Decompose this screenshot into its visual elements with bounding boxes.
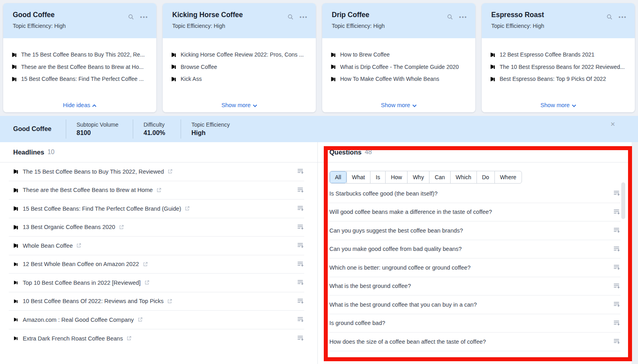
card-headline-item[interactable]: The 15 Best Coffee Beans to Buy This 202… — [12, 49, 149, 61]
card-headline-item[interactable]: Kick Ass — [171, 73, 309, 85]
headline-link[interactable]: The 15 Best Coffee Beans to Buy This 202… — [23, 168, 164, 175]
show-more-link[interactable]: Show more — [482, 102, 635, 108]
add-to-list-icon[interactable] — [613, 190, 620, 196]
add-to-list-icon[interactable] — [297, 335, 304, 341]
filter-how[interactable]: How — [385, 171, 407, 183]
external-link-icon[interactable] — [76, 243, 81, 248]
card-headline-item[interactable]: How to Brew Coffee — [331, 49, 468, 61]
question-text[interactable]: Can you guys suggest the best coffee bea… — [329, 227, 463, 234]
add-to-list-icon[interactable] — [297, 261, 304, 267]
external-link-icon[interactable] — [167, 299, 172, 304]
headlines-list: The 15 Best Coffee Beans to Buy This 202… — [0, 162, 317, 348]
headline-link[interactable]: Amazon.com : Real Good Coffee Company — [23, 317, 134, 323]
hide-ideas-link[interactable]: Hide ideas — [3, 102, 156, 108]
card-headline-item[interactable]: These are the Best Coffee Beans to Brew … — [12, 61, 149, 73]
headline-link[interactable]: Whole Bean Coffee — [23, 243, 73, 249]
question-text[interactable]: Is ground coffee bad? — [329, 320, 385, 326]
card-headline-item[interactable]: 15 Best Coffee Beans: Find The Perfect C… — [12, 73, 149, 85]
card-headline-item[interactable]: Best Espresso Beans: Top 9 Picks Of 2022 — [490, 73, 628, 85]
filter-where[interactable]: Where — [494, 171, 522, 183]
filter-which[interactable]: Which — [450, 171, 477, 183]
add-to-list-icon[interactable] — [297, 224, 304, 230]
search-icon[interactable] — [447, 14, 453, 20]
question-text[interactable]: What is the best ground coffee? — [329, 283, 411, 289]
headline-link[interactable]: Top 10 Best Coffee Beans in 2022 [Review… — [23, 280, 141, 286]
topic-research-page: { "colors": { "page_bg": "#edf0f5", "car… — [0, 0, 638, 364]
external-link-icon[interactable] — [167, 169, 173, 174]
question-text[interactable]: How does the size of a coffee bean affec… — [329, 339, 486, 345]
headline-link[interactable]: 15 Best Coffee Beans: Find The Perfect C… — [23, 205, 181, 212]
external-link-icon[interactable] — [185, 206, 190, 211]
card-headline-item[interactable]: How To Make Coffee With Whole Beans — [331, 73, 468, 85]
close-icon[interactable]: ✕ — [610, 121, 615, 128]
add-to-list-icon[interactable] — [297, 317, 304, 323]
headline-link[interactable]: Extra Dark French Roast Coffee Beans — [23, 335, 123, 342]
add-to-list-icon[interactable] — [613, 209, 620, 215]
more-options-icon[interactable]: ••• — [140, 15, 148, 19]
add-to-list-icon[interactable] — [297, 298, 304, 304]
add-to-list-icon[interactable] — [613, 283, 620, 289]
question-text[interactable]: Can you make good coffee from bad qualit… — [329, 246, 462, 252]
topic-detail-panel: Headlines 10 The 15 Best Coffee Beans to… — [0, 142, 632, 364]
search-icon[interactable] — [606, 14, 613, 20]
card-headline-text: 15 Best Coffee Beans: Find The Perfect C… — [21, 76, 144, 82]
add-to-list-icon[interactable] — [297, 280, 304, 286]
headline-link[interactable]: 13 Best Organic Coffee Beans 2020 — [23, 224, 115, 230]
external-link-icon[interactable] — [144, 280, 150, 285]
add-to-list-icon[interactable] — [297, 205, 304, 211]
add-to-list-icon[interactable] — [297, 243, 304, 249]
show-more-link[interactable]: Show more — [163, 102, 316, 108]
search-icon[interactable] — [128, 14, 134, 20]
megaphone-icon — [171, 64, 177, 70]
topic-card-title: Drip Coffee — [332, 11, 466, 19]
headline-link[interactable]: These are the Best Coffee Beans to Brew … — [23, 187, 153, 193]
external-link-icon[interactable] — [126, 336, 132, 341]
add-to-list-icon[interactable] — [613, 339, 620, 344]
filter-do[interactable]: Do — [477, 171, 494, 183]
card-headline-item[interactable]: The 10 Best Espresso Beans for 2022 Revi… — [490, 61, 628, 73]
add-to-list-icon[interactable] — [613, 301, 620, 307]
card-headline-text: These are the Best Coffee Beans to Brew … — [21, 64, 144, 70]
question-filter-group: All What Is How Why Can Which Do Where — [329, 171, 522, 184]
filter-why[interactable]: Why — [407, 171, 429, 183]
topic-card-title: Espresso Roast — [491, 11, 625, 19]
megaphone-icon — [13, 298, 19, 304]
show-more-link[interactable]: Show more — [322, 102, 475, 108]
filter-all[interactable]: All — [330, 171, 347, 183]
filter-what[interactable]: What — [347, 171, 370, 183]
more-options-icon[interactable]: ••• — [618, 15, 627, 19]
question-text[interactable]: What is the best ground coffee that you … — [329, 301, 477, 308]
search-icon[interactable] — [287, 14, 294, 20]
card-headline-item[interactable]: Kicking Horse Coffee Review 2022: Pros, … — [171, 49, 309, 61]
more-options-icon[interactable]: ••• — [299, 15, 308, 19]
add-to-list-icon[interactable] — [613, 227, 620, 233]
filter-can[interactable]: Can — [429, 171, 450, 183]
card-headline-list: Kicking Horse Coffee Review 2022: Pros, … — [163, 38, 316, 85]
external-link-icon[interactable] — [119, 225, 124, 230]
add-to-list-icon[interactable] — [297, 187, 304, 193]
more-options-icon[interactable]: ••• — [459, 15, 467, 19]
question-text[interactable]: Will good coffee beans make a difference… — [329, 209, 492, 215]
question-text[interactable]: Which one is better: unground coffee or … — [329, 264, 471, 271]
add-to-list-icon[interactable] — [613, 264, 620, 270]
megaphone-icon — [12, 64, 18, 70]
external-link-icon[interactable] — [143, 262, 148, 267]
add-to-list-icon[interactable] — [297, 168, 304, 174]
external-link-icon[interactable] — [156, 188, 161, 193]
headline-link[interactable]: 12 Best Whole Bean Coffee on Amazon 2022 — [23, 261, 139, 267]
add-to-list-icon[interactable] — [613, 320, 620, 326]
external-link-icon[interactable] — [138, 317, 143, 322]
add-to-list-icon[interactable] — [613, 246, 620, 252]
card-headline-item[interactable]: What is Drip Coffee - The Complete Guide… — [331, 61, 468, 73]
card-headline-item[interactable]: 12 Best Espresso Coffee Brands 2021 — [490, 49, 628, 61]
megaphone-icon — [331, 76, 337, 82]
scrollbar[interactable] — [621, 182, 625, 219]
headline-row: 10 Best Coffee Beans Of 2022: Reviews an… — [9, 292, 304, 311]
card-headline-item[interactable]: Browse Coffee — [171, 61, 309, 73]
headline-link[interactable]: 10 Best Coffee Beans Of 2022: Reviews an… — [23, 298, 163, 304]
card-headline-list: How to Brew Coffee What is Drip Coffee -… — [322, 38, 475, 85]
question-text[interactable]: Is Starbucks coffee good (the bean itsel… — [329, 190, 437, 197]
filter-is[interactable]: Is — [370, 171, 385, 183]
stat-label: Difficulty — [144, 121, 181, 128]
chevron-up-icon — [92, 104, 96, 107]
